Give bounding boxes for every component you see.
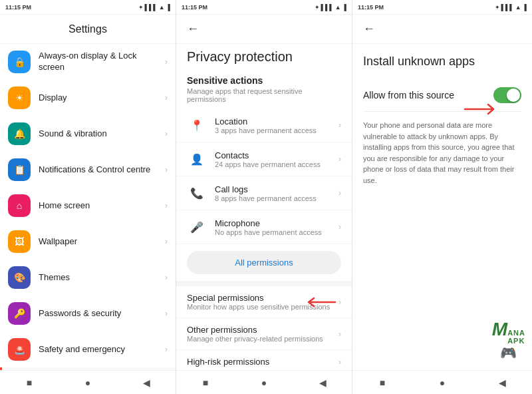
microphone-text: Microphone No apps have permanent access — [215, 218, 338, 236]
signal-icon: ▌▌▌ — [145, 4, 158, 11]
status-bar-2: 11:15 PM ✦ ▌▌▌ ▲ ▐ — [176, 0, 352, 15]
contacts-sub: 24 apps have permanent access — [215, 160, 338, 168]
passwords-icon: 🔑 — [8, 302, 31, 325]
highrisk-title: High-risk permissions — [187, 357, 338, 367]
sound-icon: 🔔 — [8, 122, 31, 145]
settings-item-home[interactable]: ⌂ Home screen › — [0, 188, 176, 224]
allow-source-label: Allow from this source — [363, 90, 454, 100]
calllogs-text: Call logs 8 apps have permanent access — [215, 184, 338, 202]
always-on-icon: 🔒 — [8, 51, 31, 73]
calllogs-sub: 8 apps have permanent access — [215, 194, 338, 202]
battery-icon-3: ▐ — [523, 4, 527, 11]
nav-square-1[interactable]: ■ — [20, 373, 39, 392]
nav-circle-2[interactable]: ● — [255, 373, 273, 392]
nav-square-2[interactable]: ■ — [196, 373, 215, 392]
privacy-back-button[interactable]: ← — [187, 22, 199, 36]
battery-icon-2: ▐ — [342, 4, 346, 11]
settings-item-privacy[interactable]: 🛡 Privacy protection › — [0, 367, 176, 370]
wallpaper-arrow: › — [165, 237, 168, 246]
sensitive-title: Sensitive actions — [176, 67, 352, 87]
display-label: Display — [39, 93, 165, 104]
nav-circle-1[interactable]: ● — [78, 373, 97, 392]
wifi-icon-2: ▲ — [335, 4, 341, 11]
bluetooth-icon-2: ✦ — [315, 4, 320, 11]
highrisk-arrow: › — [338, 357, 341, 367]
all-permissions-button[interactable]: All permissions — [187, 251, 341, 274]
wifi-icon: ▲ — [159, 4, 165, 11]
perm-item-highrisk[interactable]: High-risk permissions › — [176, 350, 352, 370]
themes-label: Themes — [39, 272, 165, 284]
perm-item-contacts[interactable]: 👤 Contacts 24 apps have permanent access… — [176, 142, 352, 176]
other-text: Other permissions Manage other privacy-r… — [187, 325, 338, 343]
perm-item-other[interactable]: Other permissions Manage other privacy-r… — [176, 318, 352, 350]
settings-list: 🔒 Always-on display & Lock screen › ☀ Di… — [0, 44, 176, 370]
settings-item-passwords[interactable]: 🔑 Passwords & security › — [0, 296, 176, 331]
status-time-1: 11:15 PM — [5, 4, 31, 11]
settings-item-notifications[interactable]: 📋 Notifications & Control centre › — [0, 152, 176, 188]
status-icons-2: ✦ ▌▌▌ ▲ ▐ — [315, 4, 346, 11]
settings-item-themes[interactable]: 🎨 Themes › — [0, 260, 176, 296]
privacy-page-title: Privacy protection — [187, 49, 293, 64]
divider-1 — [176, 281, 352, 286]
perm-item-calllogs[interactable]: 📞 Call logs 8 apps have permanent access… — [176, 176, 352, 210]
status-icons-1: ✦ ▌▌▌ ▲ ▐ — [138, 4, 170, 11]
settings-item-always-on[interactable]: 🔒 Always-on display & Lock screen › — [0, 44, 176, 80]
microphone-sub: No apps have permanent access — [215, 228, 338, 236]
status-bar-3: 11:15 PM ✦ ▌▌▌ ▲ ▐ — [352, 0, 532, 15]
location-title: Location — [215, 116, 338, 126]
other-arrow: › — [338, 329, 341, 339]
nav-square-3[interactable]: ■ — [373, 373, 392, 392]
safety-label: Safety and emergency — [39, 344, 165, 355]
status-bar-1: 11:15 PM ✦ ▌▌▌ ▲ ▐ — [0, 0, 176, 15]
settings-item-sound[interactable]: 🔔 Sound & vibration › — [0, 116, 176, 152]
themes-arrow: › — [165, 273, 168, 282]
contacts-arrow: › — [338, 154, 341, 164]
settings-item-safety[interactable]: 🚨 Safety and emergency › — [0, 331, 176, 367]
sensitive-sub: Manage apps that request sensitive permi… — [176, 87, 352, 108]
other-sub: Manage other privacy-related permissions — [187, 335, 338, 343]
home-label: Home screen — [39, 200, 165, 212]
wallpaper-icon: 🖼 — [8, 230, 31, 253]
settings-item-wallpaper[interactable]: 🖼 Wallpaper › — [0, 224, 176, 260]
perm-item-location[interactable]: 📍 Location 3 apps have permanent access … — [176, 108, 352, 142]
perm-item-microphone[interactable]: 🎤 Microphone No apps have permanent acce… — [176, 210, 352, 244]
settings-title: Settings — [68, 23, 107, 35]
nav-back-1[interactable]: ◀ — [137, 373, 156, 392]
location-icon: 📍 — [187, 115, 207, 135]
microphone-title: Microphone — [215, 218, 338, 228]
nav-circle-3[interactable]: ● — [433, 373, 452, 392]
microphone-arrow: › — [338, 222, 341, 232]
battery-icon: ▐ — [166, 4, 170, 11]
bottom-nav-2: ■ ● ◀ — [176, 370, 352, 394]
install-back-button[interactable]: ← — [363, 22, 375, 36]
toggle-knob — [507, 89, 520, 102]
sound-label: Sound & vibration — [39, 128, 165, 140]
location-arrow: › — [338, 120, 341, 130]
panel-install: 11:15 PM ✦ ▌▌▌ ▲ ▐ ← Install unknown app… — [352, 0, 532, 394]
calllogs-arrow: › — [338, 188, 341, 198]
always-on-arrow: › — [165, 57, 168, 67]
status-time-2: 11:15 PM — [182, 4, 207, 11]
bluetooth-icon: ✦ — [138, 4, 144, 11]
install-title-bar: ← — [352, 15, 532, 44]
calllogs-title: Call logs — [215, 184, 338, 194]
wallpaper-label: Wallpaper — [39, 236, 165, 248]
sound-arrow: › — [165, 129, 168, 138]
contacts-icon: 👤 — [187, 149, 207, 169]
display-icon: ☀ — [8, 87, 31, 109]
signal-icon-3: ▌▌▌ — [501, 4, 514, 11]
nav-back-3[interactable]: ◀ — [493, 373, 511, 392]
settings-item-display[interactable]: ☀ Display › — [0, 80, 176, 116]
notifications-icon: 📋 — [8, 158, 31, 181]
home-arrow: › — [165, 201, 168, 210]
other-title: Other permissions — [187, 325, 338, 335]
perm-item-special[interactable]: Special permissions Monitor how apps use… — [176, 286, 352, 318]
notifications-arrow: › — [165, 165, 168, 174]
install-content: Install unknown apps Allow from this sou… — [352, 44, 532, 370]
signal-icon-2: ▌▌▌ — [321, 4, 334, 11]
safety-icon: 🚨 — [8, 338, 31, 361]
red-arrow-3 — [462, 101, 501, 117]
panel-privacy: 11:15 PM ✦ ▌▌▌ ▲ ▐ ← Privacy protection … — [176, 0, 352, 394]
nav-back-2[interactable]: ◀ — [313, 373, 332, 392]
passwords-label: Passwords & security — [39, 308, 165, 319]
